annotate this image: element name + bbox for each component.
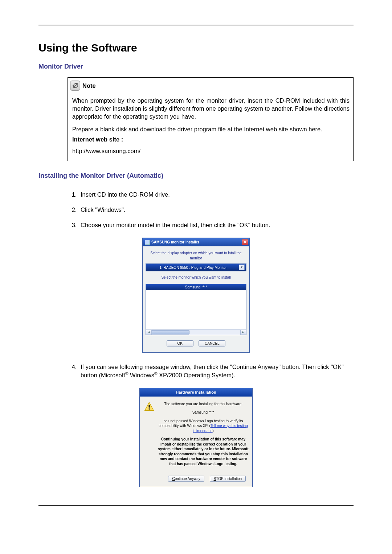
- note-icon: ∅: [70, 81, 80, 91]
- svg-rect-1: [149, 405, 150, 408]
- adapter-selected-text: 1. RADEON 9550 : Plug and Play Monitor: [147, 265, 239, 270]
- chevron-down-icon[interactable]: ▼: [239, 264, 245, 270]
- hw-name: Samsung ****: [158, 410, 249, 415]
- monitor-list-item-selected[interactable]: Samsung ****: [146, 284, 246, 291]
- continue-anyway-button[interactable]: Continue Anyway: [168, 476, 204, 482]
- adapter-dropdown[interactable]: 1. RADEON 9550 : Plug and Play Monitor ▼: [146, 263, 246, 271]
- monitor-listbox[interactable]: Samsung **** ◄ ►: [146, 284, 246, 335]
- hardware-installation-dialog: Hardware Installation The software you a…: [139, 388, 253, 487]
- ok-button[interactable]: OK: [167, 340, 193, 346]
- section-installing-automatic: Installing the Monitor Driver (Automatic…: [38, 171, 354, 180]
- app-icon: [145, 240, 150, 245]
- internet-website-url: http://www.samsung.com/: [70, 144, 352, 157]
- note-paragraph-2: Prepare a blank disk and download the dr…: [70, 123, 352, 135]
- step-1: Insert CD into the CD-ROM drive.: [78, 187, 354, 202]
- svg-point-2: [148, 408, 150, 410]
- step-3: Choose your monitor model in the model l…: [78, 217, 354, 233]
- step-4: If you can see following message window,…: [78, 359, 354, 383]
- scroll-left-icon[interactable]: ◄: [146, 330, 152, 335]
- step-2: Click "Windows".: [78, 202, 354, 217]
- figure-hardware-dialog: Hardware Installation The software you a…: [38, 388, 354, 487]
- hardware-dialog-title: Hardware Installation: [140, 388, 252, 397]
- page-title: Using the Software: [38, 41, 354, 56]
- monitor-select-label: Select the monitor which you want to ins…: [146, 275, 246, 280]
- hw-line2: has not passed Windows Logo testing to v…: [158, 419, 249, 434]
- cancel-button[interactable]: CANCEL: [199, 340, 225, 346]
- hw-bold-warning: Continuing your installation of this sof…: [158, 437, 249, 466]
- close-icon[interactable]: ✕: [242, 239, 248, 245]
- scroll-thumb[interactable]: [152, 330, 189, 335]
- adapter-select-label: Select the display adapter on which you …: [146, 251, 246, 260]
- install-steps-cont: If you can see following message window,…: [68, 359, 354, 383]
- figure-installer-dialog: SAMSUNG monitor installer ✕ Select the d…: [38, 238, 354, 353]
- internet-website-label: Internet web site :: [70, 135, 352, 144]
- note-box: ∅ Note When prompted by the operating sy…: [68, 77, 354, 161]
- installer-title: SAMSUNG monitor installer: [151, 240, 199, 245]
- hw-line1: The software you are installing for this…: [158, 402, 249, 407]
- install-steps: Insert CD into the CD-ROM drive. Click "…: [68, 187, 354, 233]
- stop-installation-button[interactable]: STOP Installation: [210, 476, 246, 482]
- samsung-installer-dialog: SAMSUNG monitor installer ✕ Select the d…: [142, 238, 250, 353]
- warning-icon: [144, 402, 154, 412]
- section-monitor-driver: Monitor Driver: [38, 62, 354, 71]
- note-label: Note: [82, 82, 96, 90]
- horizontal-scrollbar[interactable]: ◄ ►: [146, 329, 246, 335]
- note-paragraph-1: When prompted by the operating system fo…: [70, 94, 352, 123]
- scroll-right-icon[interactable]: ►: [240, 330, 246, 335]
